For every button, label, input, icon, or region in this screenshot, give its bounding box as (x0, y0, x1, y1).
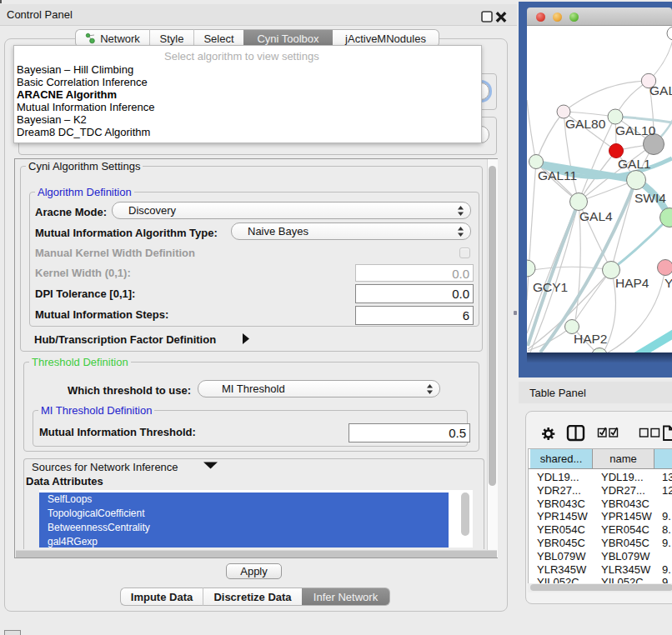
svg-text:GCY1: GCY1 (533, 280, 568, 294)
svg-text:GAL10: GAL10 (615, 123, 656, 138)
svg-text:YM: YM (664, 276, 672, 290)
svg-text:GAL4: GAL4 (579, 209, 613, 223)
svg-text:HAP2: HAP2 (574, 332, 608, 346)
svg-text:GAL2: GAL2 (649, 83, 672, 98)
svg-text:GAL11: GAL11 (538, 168, 577, 182)
svg-text:HAP4: HAP4 (615, 276, 649, 290)
svg-text:SWI4: SWI4 (634, 191, 666, 205)
svg-text:GAL80: GAL80 (565, 117, 606, 131)
svg-text:GAL1: GAL1 (618, 157, 651, 171)
